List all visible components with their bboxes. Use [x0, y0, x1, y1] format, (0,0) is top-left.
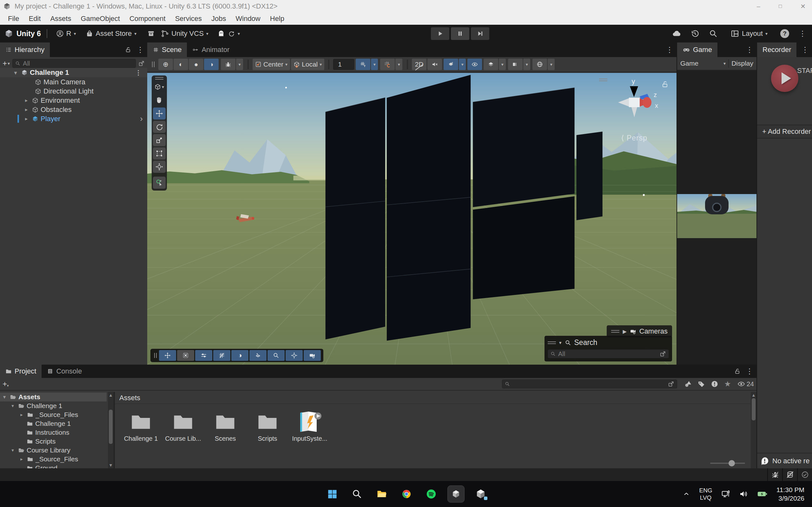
foldout-collapsed-icon[interactable]: ▸	[23, 116, 30, 122]
kebab-menu-icon[interactable]: ⋮	[135, 69, 142, 76]
label-filter-icon[interactable]	[698, 380, 705, 388]
scrollbar-thumb[interactable]	[752, 398, 756, 420]
create-asset-button[interactable]: +▾	[3, 380, 9, 388]
layout-dropdown[interactable]: Layout ▾	[727, 27, 771, 40]
project-search-input[interactable]	[512, 380, 666, 388]
tree-item-course-library[interactable]: ▾ Course Library	[0, 446, 107, 455]
hierarchy-search[interactable]	[12, 59, 136, 68]
language-switcher[interactable]: ENG LVQ	[699, 487, 712, 501]
asset-folder-course-library[interactable]: Course Lib...	[164, 410, 202, 442]
tab-scene[interactable]: Scene	[147, 43, 187, 57]
picker-expand-icon[interactable]	[138, 60, 145, 67]
overlay-camera-button[interactable]	[304, 350, 321, 361]
menu-file[interactable]: File	[3, 14, 24, 23]
taskbar-search-button[interactable]	[348, 486, 365, 503]
menu-help[interactable]: Help	[265, 14, 289, 23]
breadcrumb[interactable]: Assets	[115, 392, 751, 404]
kebab-menu-icon[interactable]: ⋮	[746, 46, 753, 54]
scene-audio-mute-button[interactable]	[427, 59, 442, 70]
hierarchy-scene-row[interactable]: ▾ Challenge 1 ⋮	[0, 68, 147, 77]
picker-expand-icon[interactable]	[668, 381, 674, 387]
scene-search-box[interactable]	[548, 349, 669, 358]
history-icon[interactable]	[691, 29, 699, 38]
favorites-star-icon[interactable]: ★	[724, 380, 731, 388]
overlay-transform-button[interactable]	[286, 350, 303, 361]
menu-gameobject[interactable]: GameObject	[76, 14, 125, 23]
debug-dropdown[interactable]: ▾	[236, 59, 243, 70]
unity-editor-button[interactable]	[472, 486, 489, 503]
tab-animator[interactable]: Animator	[187, 43, 235, 57]
kebab-menu-icon[interactable]: ⋮	[799, 30, 806, 38]
thumbnail-size-slider[interactable]	[710, 463, 745, 464]
asset-type-filter-icon[interactable]	[684, 380, 692, 388]
scene-visibility-button[interactable]	[467, 59, 482, 70]
scene-search-input[interactable]	[558, 350, 658, 358]
rotate-tool[interactable]	[153, 121, 166, 133]
foldout-expanded-icon[interactable]: ▾	[1, 394, 8, 400]
gizmos-dropdown[interactable]: ▾	[548, 59, 555, 70]
lighting-toggle-button[interactable]: ◐	[173, 59, 188, 70]
unity-hub-button[interactable]	[447, 486, 464, 503]
tab-project[interactable]: Project	[0, 364, 42, 378]
menu-assets[interactable]: Assets	[45, 14, 76, 23]
scrollbar-thumb[interactable]	[109, 410, 113, 444]
start-recording-button[interactable]	[771, 65, 798, 92]
account-dropdown[interactable]: R ▾	[53, 27, 79, 40]
gizmos-button[interactable]	[532, 59, 547, 70]
overlay-probes-button[interactable]	[249, 350, 266, 361]
search-icon[interactable]	[709, 29, 718, 38]
hierarchy-search-input[interactable]	[22, 60, 133, 67]
cloud-icon[interactable]	[672, 29, 681, 38]
debug-bug-button[interactable]	[221, 59, 236, 70]
menu-window[interactable]: Window	[231, 14, 265, 23]
tree-item-challenge1-sub[interactable]: Challenge 1	[0, 419, 107, 428]
menu-edit[interactable]: Edit	[24, 14, 45, 23]
asset-inputsystem[interactable]: InputSyste...	[291, 410, 329, 442]
scroll-up-icon[interactable]: ▲	[108, 393, 114, 398]
chevron-down-icon[interactable]: ▾	[238, 31, 240, 36]
slider-thumb[interactable]	[728, 460, 735, 466]
add-recorder-button[interactable]: + Add Recorder	[757, 125, 812, 138]
tree-item-ground[interactable]: Ground	[0, 463, 107, 468]
shading-mode-button[interactable]: ⊕	[158, 59, 173, 70]
debugger-status[interactable]	[767, 468, 782, 481]
grid-scrollbar[interactable]: ▲	[751, 392, 757, 468]
asset-folder-scripts[interactable]: Scripts	[248, 410, 287, 442]
battery-charging-icon[interactable]	[757, 489, 768, 499]
grid-snapping-dropdown[interactable]: ▾	[395, 59, 402, 70]
lock-icon[interactable]	[125, 47, 132, 53]
2d-toggle-button[interactable]: 2D	[412, 59, 426, 70]
tool-handle-position-dropdown[interactable]: Center ▾	[253, 59, 290, 70]
scroll-up-icon[interactable]: ▲	[751, 393, 757, 398]
menu-services[interactable]: Services	[170, 14, 207, 23]
scene-effects-button[interactable]	[444, 59, 458, 70]
gizmo-drag-handle[interactable]	[599, 79, 607, 81]
grid-visibility-dropdown[interactable]: ▾	[371, 59, 378, 70]
asset-store-dropdown[interactable]: Asset Store ▾	[83, 27, 140, 40]
drag-handle[interactable]	[152, 61, 155, 67]
view-options-dropdown[interactable]: ▾	[152, 81, 166, 93]
step-button[interactable]	[471, 27, 489, 40]
kebab-menu-icon[interactable]: ⋮	[746, 368, 753, 375]
kebab-menu-icon[interactable]: ⋮	[801, 46, 809, 54]
unity-vcs-dropdown[interactable]: Unity VCS ▾	[158, 27, 212, 40]
tree-item-source-files-2[interactable]: ▸ _Source_Files	[0, 455, 107, 463]
visible-count[interactable]: 24	[738, 380, 754, 388]
start-button[interactable]	[324, 486, 341, 503]
drag-handle[interactable]	[154, 353, 157, 358]
asset-folder-scenes[interactable]: Scenes	[206, 410, 244, 442]
overlay-tools-button[interactable]	[177, 350, 194, 361]
effects-toggle-button[interactable]: ◑	[204, 59, 219, 70]
display-label[interactable]: Display	[731, 60, 753, 67]
play-button[interactable]	[431, 27, 449, 40]
hierarchy-item-environment[interactable]: ▸ Environment	[0, 96, 147, 105]
overlay-settings-button[interactable]	[195, 350, 212, 361]
scene-viewport[interactable]: ▾ y z x	[147, 73, 676, 364]
game-display-source-dropdown[interactable]: Game ▾	[680, 60, 726, 67]
tray-chevron-up-icon[interactable]	[682, 490, 690, 498]
audio-scene-button[interactable]: ●	[189, 59, 203, 70]
scroll-down-icon[interactable]: ▼	[108, 463, 114, 468]
rect-tool[interactable]	[153, 148, 166, 160]
asset-folder-challenge1[interactable]: Challenge 1	[122, 410, 160, 442]
prefab-open-chevron[interactable]: ›	[140, 114, 143, 124]
